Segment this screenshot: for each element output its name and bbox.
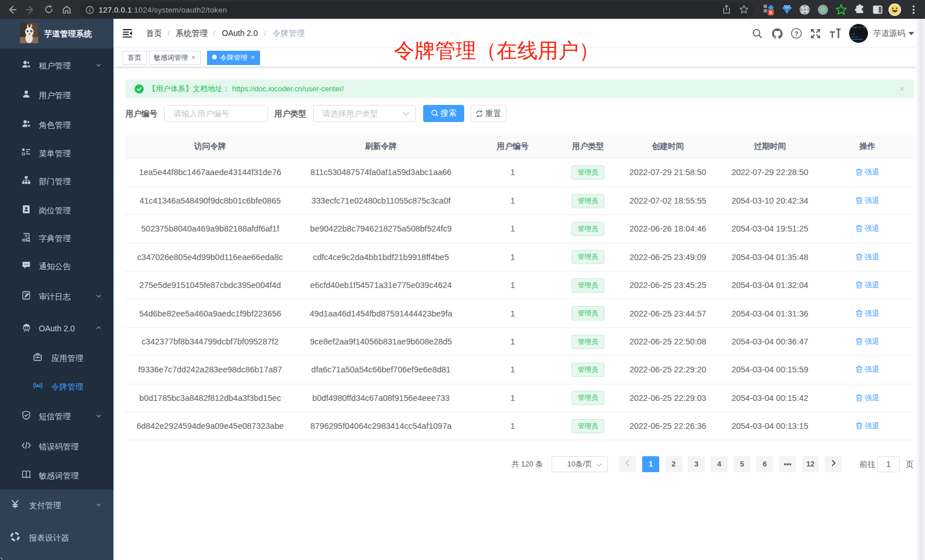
svg-text:A: A [36, 383, 40, 388]
svg-text:?: ? [794, 30, 798, 37]
svg-text:9: 9 [769, 10, 772, 15]
